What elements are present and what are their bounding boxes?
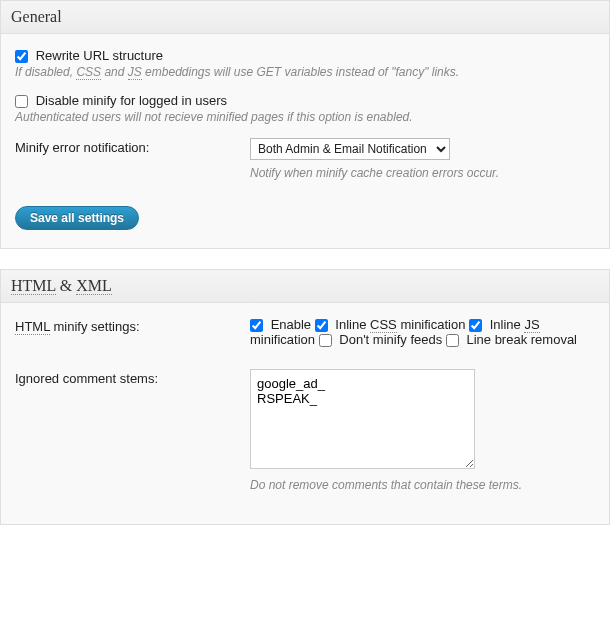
opt-inline-js-checkbox[interactable] — [469, 319, 482, 332]
general-body: Rewrite URL structure If disabled, CSS a… — [1, 34, 609, 248]
opt-enable-checkbox[interactable] — [250, 319, 263, 332]
error-notify-label: Minify error notification: — [15, 138, 240, 155]
ignored-stems-label: Ignored comment stems: — [15, 369, 240, 386]
rewrite-url-desc: If disabled, CSS and JS embeddings will … — [15, 65, 595, 79]
html-minify-options: Enable Inline CSS minification Inline JS… — [250, 317, 595, 347]
error-notify-select[interactable]: Both Admin & Email Notification — [250, 138, 450, 160]
general-panel: General Rewrite URL structure If disable… — [0, 0, 610, 249]
ignored-stems-note: Do not remove comments that contain thes… — [250, 478, 595, 492]
js-abbr: JS — [128, 65, 142, 80]
opt-line-break-removal[interactable]: Line break removal — [446, 332, 577, 347]
opt-inline-css-checkbox[interactable] — [315, 319, 328, 332]
error-notify-control: Both Admin & Email Notification Notify w… — [250, 138, 595, 180]
rewrite-url-label[interactable]: Rewrite URL structure — [15, 48, 163, 63]
ignored-stems-control: Do not remove comments that contain thes… — [250, 369, 595, 492]
ignored-stems-row: Ignored comment stems: Do not remove com… — [15, 369, 595, 492]
disable-logged-field: Disable minify for logged in users Authe… — [15, 93, 595, 124]
disable-logged-label[interactable]: Disable minify for logged in users — [15, 93, 227, 108]
html-minify-settings-label: HTML minify settings: — [15, 317, 240, 334]
error-notify-row: Minify error notification: Both Admin & … — [15, 138, 595, 180]
js-abbr-2: JS — [524, 317, 539, 333]
html-xml-panel: HTML & XML HTML minify settings: Enable … — [0, 269, 610, 525]
html-minify-settings-row: HTML minify settings: Enable Inline CSS … — [15, 317, 595, 347]
opt-inline-css[interactable]: Inline CSS minification — [315, 317, 469, 332]
rewrite-url-field: Rewrite URL structure If disabled, CSS a… — [15, 48, 595, 79]
css-abbr: CSS — [76, 65, 101, 80]
html-xml-header: HTML & XML — [1, 270, 609, 303]
error-notify-note: Notify when minify cache creation errors… — [250, 166, 595, 180]
disable-logged-desc: Authenticated users will not recieve min… — [15, 110, 595, 124]
rewrite-url-text: Rewrite URL structure — [36, 48, 163, 63]
disable-logged-text: Disable minify for logged in users — [36, 93, 227, 108]
xml-abbr: XML — [76, 277, 112, 295]
html-abbr: HTML — [11, 277, 56, 295]
disable-logged-checkbox[interactable] — [15, 95, 28, 108]
opt-dont-minify-feeds-checkbox[interactable] — [319, 334, 332, 347]
save-row: Save all settings — [15, 206, 595, 230]
rewrite-url-checkbox[interactable] — [15, 50, 28, 63]
general-title: General — [11, 8, 599, 26]
css-abbr-2: CSS — [370, 317, 397, 333]
opt-dont-minify-feeds[interactable]: Don't minify feeds — [319, 332, 446, 347]
html-xml-body: HTML minify settings: Enable Inline CSS … — [1, 303, 609, 524]
general-header: General — [1, 1, 609, 34]
opt-enable[interactable]: Enable — [250, 317, 315, 332]
ignored-stems-textarea[interactable] — [250, 369, 475, 469]
html-xml-title: HTML & XML — [11, 277, 599, 295]
html-abbr-2: HTML — [15, 319, 50, 335]
opt-line-break-checkbox[interactable] — [446, 334, 459, 347]
save-all-settings-button[interactable]: Save all settings — [15, 206, 139, 230]
